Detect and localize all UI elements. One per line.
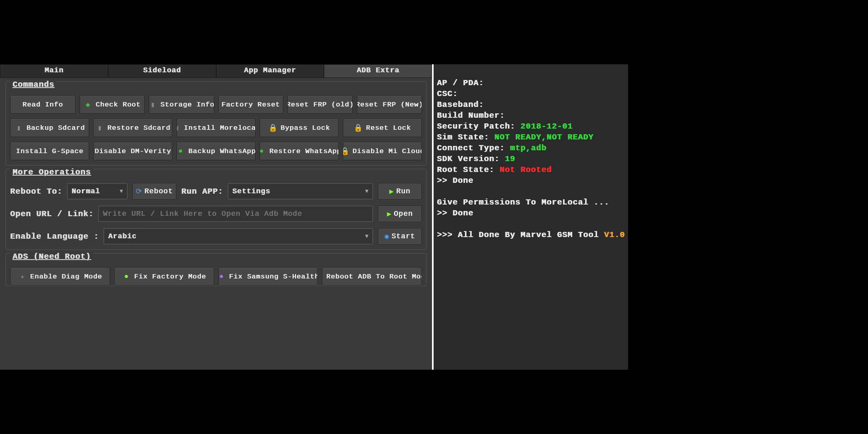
log-line: Connect Type: bbox=[437, 143, 505, 153]
log-line: CSC: bbox=[437, 89, 458, 98]
log-value: Not Rooted bbox=[500, 165, 552, 174]
enable-language-select[interactable]: Arabic ▼ bbox=[104, 228, 373, 244]
chevron-down-icon: ▼ bbox=[365, 188, 368, 194]
enable-diag-button[interactable]: ✦ Enable Diag Mode bbox=[10, 267, 110, 286]
enable-diag-label: Enable Diag Mode bbox=[30, 273, 102, 280]
reset-lock-button[interactable]: 🔒 Reset Lock bbox=[343, 119, 422, 137]
backup-whatsapp-button[interactable]: ● Backup WhatsApp bbox=[176, 142, 256, 160]
storage-info-label: Storage Info bbox=[160, 101, 214, 108]
reset-frp-old-button[interactable]: Reset FRP (old) bbox=[287, 95, 353, 114]
bypass-lock-label: Bypass Lock bbox=[280, 124, 330, 132]
disable-dmverity-button[interactable]: Disable DM-Verity bbox=[93, 142, 172, 160]
install-gspace-button[interactable]: Install G-Space bbox=[10, 142, 89, 160]
log-line: >> Done bbox=[437, 209, 473, 218]
bypass-lock-button[interactable]: 🔒 Bypass Lock bbox=[260, 119, 339, 137]
reset-frp-new-button[interactable]: Reset FRP (New) bbox=[357, 95, 422, 114]
terminal-icon: ▣ bbox=[322, 272, 323, 281]
reboot-to-select[interactable]: Normal ▼ bbox=[67, 183, 127, 199]
disable-micloud-label: Disable Mi Cloud bbox=[352, 147, 422, 155]
log-line: Build Number: bbox=[437, 111, 505, 120]
start-button[interactable]: ◉ Start bbox=[378, 228, 422, 245]
log-value: mtp,adb bbox=[510, 143, 547, 153]
backup-whatsapp-label: Backup WhatsApp bbox=[188, 147, 256, 155]
restore-whatsapp-button[interactable]: ● Restore WhatsApp bbox=[260, 142, 339, 160]
run-btn-label: Run bbox=[396, 187, 410, 195]
group-commands: Commands Read Info ◆ Check Root ▮ Storag… bbox=[6, 81, 426, 166]
log-value: NOT READY,NOT READY bbox=[494, 133, 594, 142]
gear-icon: ● bbox=[122, 272, 131, 281]
chevron-down-icon: ▼ bbox=[120, 188, 123, 194]
open-button[interactable]: ▶ Open bbox=[378, 205, 422, 222]
lock-icon: 🔒 bbox=[354, 123, 362, 132]
tab-main[interactable]: Main bbox=[0, 64, 108, 78]
read-info-label: Read Info bbox=[23, 101, 63, 108]
install-morelocal-button[interactable]: ▣ Install Morelocal bbox=[176, 119, 256, 137]
sdcard-icon: ▮ bbox=[149, 100, 157, 109]
sdcard-icon: ▮ bbox=[14, 123, 23, 132]
whatsapp-icon: ● bbox=[260, 147, 266, 156]
log-line: Sim State: bbox=[437, 133, 489, 142]
package-icon: ▣ bbox=[176, 123, 180, 132]
group-ads-title: ADS (Need Root) bbox=[10, 252, 93, 261]
backup-sdcard-button[interactable]: ▮ Backup Sdcard bbox=[10, 119, 89, 137]
check-root-button[interactable]: ◆ Check Root bbox=[80, 95, 145, 114]
globe-icon: ◉ bbox=[385, 232, 389, 241]
tab-adbextra[interactable]: ADB Extra bbox=[324, 64, 432, 78]
log-value: V1.0 bbox=[604, 230, 625, 240]
tab-appmgr-label: App Manager bbox=[244, 66, 296, 74]
refresh-icon: ⟳ bbox=[136, 187, 142, 196]
play-icon: ▶ bbox=[387, 209, 391, 218]
restore-sdcard-button[interactable]: ▮ Restore Sdcard bbox=[93, 119, 172, 137]
tab-sideload-label: Sideload bbox=[143, 66, 181, 74]
open-url-label: Open URL / Link: bbox=[10, 209, 94, 219]
tab-appmanager[interactable]: App Manager bbox=[216, 64, 324, 78]
log-line: >> Done bbox=[437, 176, 473, 185]
reboot-adb-root-button[interactable]: ▣ Reboot ADB To Root Mode bbox=[322, 267, 422, 286]
check-root-label: Check Root bbox=[96, 101, 141, 108]
open-url-input[interactable] bbox=[98, 206, 373, 222]
fix-samsung-button[interactable]: ● Fix Samsung S-Health bbox=[218, 267, 318, 286]
sdcard-icon: ▮ bbox=[95, 123, 104, 132]
log-line: Root State: bbox=[437, 165, 494, 174]
read-info-button[interactable]: Read Info bbox=[10, 95, 76, 114]
disable-micloud-button[interactable]: 🔒 Disable Mi Cloud bbox=[343, 142, 422, 160]
reboot-adb-root-label: Reboot ADB To Root Mode bbox=[326, 273, 422, 280]
heart-icon: ● bbox=[218, 272, 226, 281]
reboot-btn-label: Reboot bbox=[144, 187, 173, 195]
reboot-to-label: Reboot To: bbox=[10, 187, 62, 196]
log-panel: AP / PDA: CSC: Baseband: Build Number: S… bbox=[434, 64, 628, 370]
reboot-button[interactable]: ⟳ Reboot bbox=[132, 183, 176, 200]
run-button[interactable]: ▶ Run bbox=[378, 183, 422, 200]
wrench-icon: ✦ bbox=[18, 272, 27, 281]
group-commands-title: Commands bbox=[10, 80, 57, 89]
reset-frp-new-label: Reset FRP (New) bbox=[357, 101, 422, 108]
factory-reset-button[interactable]: Factory Reset bbox=[218, 95, 284, 114]
run-app-label: Run APP: bbox=[181, 187, 223, 196]
play-icon: ▶ bbox=[389, 187, 394, 196]
reset-lock-label: Reset Lock bbox=[366, 124, 411, 132]
shield-icon: ◆ bbox=[84, 100, 92, 109]
cloud-lock-icon: 🔒 bbox=[343, 147, 349, 156]
log-line: Security Patch: bbox=[437, 122, 515, 131]
chevron-down-icon: ▼ bbox=[365, 233, 368, 240]
tab-bar: Main Sideload App Manager ADB Extra bbox=[0, 64, 432, 78]
run-app-select[interactable]: Settings ▼ bbox=[228, 183, 373, 199]
log-line: Baseband: bbox=[437, 100, 484, 109]
install-morelocal-label: Install Morelocal bbox=[184, 124, 256, 132]
lock-icon: 🔒 bbox=[268, 123, 277, 132]
log-value: 2018-12-01 bbox=[520, 122, 573, 131]
enable-language-label: Enable Language : bbox=[10, 232, 99, 241]
disable-dmverity-label: Disable DM-Verity bbox=[94, 147, 171, 155]
log-line: SDK Version: bbox=[437, 154, 500, 164]
reset-frp-old-label: Reset FRP (old) bbox=[287, 101, 353, 108]
fix-factory-label: Fix Factory Mode bbox=[134, 273, 206, 280]
whatsapp-icon: ● bbox=[176, 147, 185, 156]
restore-whatsapp-label: Restore WhatsApp bbox=[269, 147, 339, 155]
group-ads: ADS (Need Root) ✦ Enable Diag Mode ● Fix… bbox=[6, 253, 426, 286]
fix-factory-button[interactable]: ● Fix Factory Mode bbox=[114, 267, 214, 286]
storage-info-button[interactable]: ▮ Storage Info bbox=[149, 95, 214, 114]
fix-samsung-label: Fix Samsung S-Health bbox=[229, 273, 318, 280]
open-btn-label: Open bbox=[394, 210, 413, 218]
enable-language-value: Arabic bbox=[108, 232, 137, 240]
tab-sideload[interactable]: Sideload bbox=[108, 64, 216, 78]
